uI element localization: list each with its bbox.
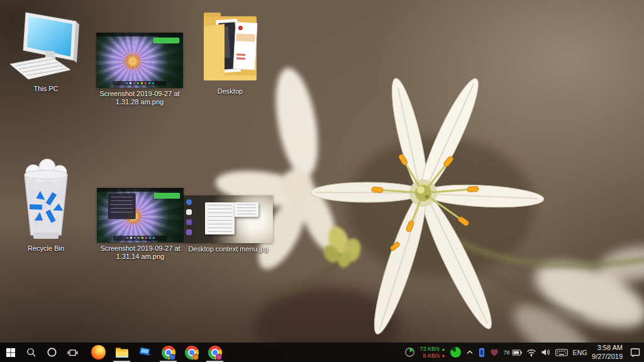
firefox-icon	[91, 345, 106, 359]
chrome-icon	[162, 346, 175, 359]
desktop-icon-desktop-folder[interactable]: Desktop	[199, 8, 262, 96]
clock[interactable]: 3:58 AM 9/27/2019	[592, 344, 623, 361]
this-pc-icon	[9, 11, 82, 83]
desktop-icon-label: Recycle Bin	[28, 244, 64, 253]
chrome-profile-badge	[169, 354, 175, 360]
thumbnail-notification-badge	[153, 38, 179, 43]
task-view-button[interactable]	[62, 343, 83, 362]
download-speed: 6 KB/s	[423, 353, 440, 359]
thumbnail-menubar	[96, 33, 183, 36]
touch-keyboard-icon[interactable]	[555, 348, 568, 357]
action-center-button[interactable]	[630, 347, 641, 358]
taskbar: 73 KB/s ▲ 6 KB/s ▼	[0, 343, 644, 362]
system-tray: 73 KB/s ▲ 6 KB/s ▼	[404, 343, 644, 362]
chrome-icon	[208, 346, 222, 359]
battery-percent: 78	[503, 349, 509, 356]
desktop-icon-this-pc[interactable]: This PC	[5, 11, 87, 93]
screenshot-1-thumbnail	[96, 33, 183, 88]
folder-icon	[201, 8, 260, 85]
cortana-icon	[47, 347, 57, 358]
taskbar-app-chrome-profile-2[interactable]	[180, 343, 203, 362]
battery-icon[interactable]	[512, 349, 522, 356]
volume-icon[interactable]	[541, 348, 551, 357]
chrome-icon	[185, 346, 199, 359]
search-icon	[26, 348, 36, 358]
taskbar-app-file-explorer[interactable]	[110, 343, 133, 362]
desktop-icon-screenshot-1[interactable]: Screenshot 2019-09-27 at 1.31.28 am.png	[92, 33, 187, 106]
desktop-icon-context-menu-image[interactable]: Desktop context menu.jpg	[181, 195, 275, 253]
thumbnail-white-context-menu	[205, 202, 235, 234]
phone-tray-icon[interactable]	[478, 348, 486, 358]
desktop-icon-label: Desktop context menu.jpg	[188, 245, 268, 253]
taskbar-app-blue-laptop[interactable]	[133, 343, 157, 362]
network-speed-indicator[interactable]: 73 KB/s ▲ 6 KB/s ▼	[419, 346, 445, 359]
start-button[interactable]	[0, 343, 21, 362]
thumbnail-notification-badge	[154, 193, 180, 199]
thumbnail-dock	[113, 81, 167, 86]
chrome-profile-badge	[192, 354, 199, 360]
heart-tray-icon[interactable]	[490, 348, 499, 357]
thumbnail-context-menu	[108, 193, 136, 219]
taskbar-app-firefox[interactable]	[87, 343, 110, 362]
desktop-icon-label: Screenshot 2019-09-27 at 1.31.14 am.png	[93, 244, 187, 261]
thumbnail-menubar	[97, 188, 184, 192]
wifi-icon[interactable]	[526, 348, 536, 357]
blue-laptop-icon	[138, 346, 153, 359]
upload-speed: 73 KB/s	[419, 346, 440, 352]
up-arrow-icon: ▲	[441, 347, 445, 351]
taskbar-app-chrome-profile-1[interactable]	[157, 343, 180, 362]
down-arrow-icon: ▼	[441, 354, 445, 358]
thumbnail-dock	[113, 236, 167, 241]
pinned-apps	[87, 343, 226, 362]
desktop-icon-screenshot-2[interactable]: Screenshot 2019-09-27 at 1.31.14 am.png	[93, 188, 187, 261]
cortana-button[interactable]	[42, 343, 62, 362]
file-explorer-icon	[114, 346, 130, 359]
thumbnail-white-submenu	[235, 202, 258, 217]
activity-gauge-icon[interactable]	[404, 347, 415, 358]
show-hidden-icons-chevron[interactable]	[466, 349, 474, 356]
screenshot-2-thumbnail	[97, 188, 184, 243]
desktop-icon-recycle-bin[interactable]: Recycle Bin	[6, 158, 86, 253]
desktop-icon-label: Screenshot 2019-09-27 at 1.31.28 am.png	[92, 90, 187, 106]
chrome-profile-badge	[216, 354, 222, 360]
taskbar-app-chrome-profile-3[interactable]	[203, 343, 226, 362]
date: 9/27/2019	[592, 353, 623, 360]
task-view-icon	[67, 348, 78, 358]
windows-logo-icon	[6, 348, 16, 358]
windows-desktop: This PC Screenshot 2019-09-27 at 1.31.28…	[0, 0, 644, 362]
action-center-icon	[630, 347, 641, 358]
desktop-icon-label: This PC	[33, 85, 58, 93]
desktop-icon-label: Desktop	[218, 87, 243, 96]
context-menu-jpg-thumbnail	[184, 195, 273, 243]
language-indicator[interactable]: ENG	[572, 349, 587, 356]
memory-pie-icon[interactable]	[450, 346, 462, 358]
search-button[interactable]	[21, 343, 42, 362]
thumbnail-icon-column	[186, 199, 192, 235]
recycle-bin-icon	[14, 158, 77, 243]
time: 3:58 AM	[597, 344, 623, 351]
